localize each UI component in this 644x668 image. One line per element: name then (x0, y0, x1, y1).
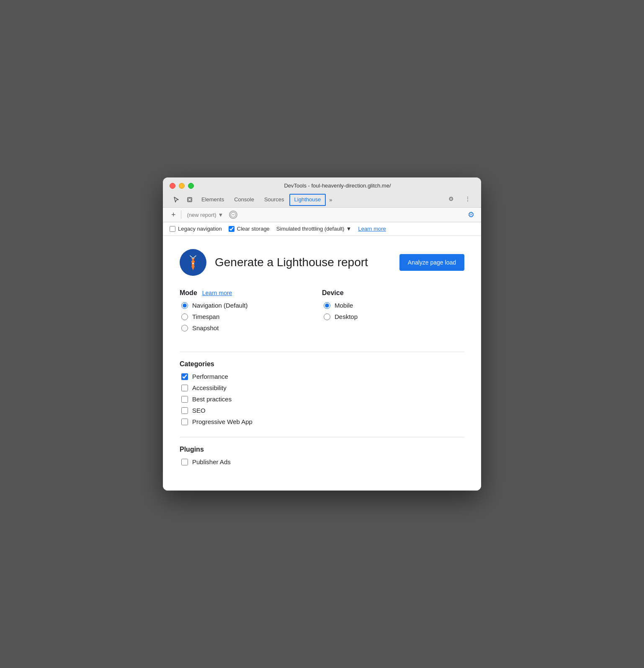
mode-device-section: Mode Learn more Navigation (Default) Tim… (180, 289, 464, 343)
plugins-title: Plugins (180, 446, 204, 453)
publisher-ads-checkbox[interactable] (181, 459, 188, 465)
throttling-learn-more-link[interactable]: Learn more (358, 226, 386, 232)
best-practices-checkbox[interactable] (181, 396, 188, 403)
device-desktop-option[interactable]: Desktop (324, 313, 464, 320)
toolbar: + (new report) ▼ ⚙ (163, 208, 481, 222)
categories-section: Categories Performance Accessibility Bes… (180, 360, 464, 425)
legacy-navigation-input[interactable] (170, 226, 175, 232)
devtools-window: DevTools - foul-heavenly-direction.glitc… (163, 177, 481, 491)
device-mobile-label: Mobile (335, 302, 353, 309)
mode-timespan-radio[interactable] (181, 313, 188, 320)
mode-section: Mode Learn more Navigation (Default) Tim… (180, 289, 322, 331)
mode-snapshot-option[interactable]: Snapshot (181, 324, 322, 331)
legacy-navigation-checkbox[interactable]: Legacy navigation (170, 226, 222, 232)
mode-title: Mode (180, 289, 197, 297)
report-selector-label: (new report) (187, 212, 216, 218)
throttling-selector[interactable]: Simulated throttling (default) ▼ (276, 226, 351, 232)
mode-navigation-option[interactable]: Navigation (Default) (181, 302, 322, 309)
best-practices-label: Best practices (192, 396, 232, 403)
close-button[interactable] (170, 183, 175, 189)
mode-snapshot-label: Snapshot (192, 324, 219, 331)
pwa-label: Progressive Web App (192, 418, 252, 425)
plugins-header: Plugins (180, 446, 464, 453)
category-seo[interactable]: SEO (181, 407, 464, 414)
analyze-page-load-button[interactable]: Analyze page load (399, 254, 464, 271)
seo-checkbox[interactable] (181, 407, 188, 414)
mode-navigation-label: Navigation (Default) (192, 302, 248, 309)
svg-rect-9 (193, 263, 194, 264)
performance-checkbox[interactable] (181, 373, 188, 380)
toolbar-divider (181, 211, 181, 219)
device-mobile-radio[interactable] (324, 302, 330, 309)
minimize-button[interactable] (179, 183, 185, 189)
device-section-header: Device (322, 289, 464, 297)
clear-storage-input[interactable] (229, 226, 234, 232)
main-content: Generate a Lighthouse report Analyze pag… (163, 236, 481, 491)
more-tabs-button[interactable]: » (326, 194, 335, 206)
mode-navigation-radio[interactable] (181, 302, 188, 309)
tab-elements[interactable]: Elements (196, 194, 229, 206)
window-controls (170, 183, 194, 189)
plugins-checkbox-group: Publisher Ads (180, 458, 464, 465)
gear-icon[interactable]: ⚙ (444, 192, 458, 206)
tab-console[interactable]: Console (229, 194, 259, 206)
mode-snapshot-radio[interactable] (181, 325, 188, 331)
svg-rect-1 (188, 198, 191, 201)
seo-label: SEO (192, 407, 206, 414)
layers-icon[interactable] (183, 193, 196, 206)
report-title: Generate a Lighthouse report (215, 256, 391, 269)
mode-section-header: Mode Learn more (180, 289, 322, 297)
plugin-publisher-ads[interactable]: Publisher Ads (181, 458, 464, 465)
performance-label: Performance (192, 373, 228, 380)
report-header: Generate a Lighthouse report Analyze pag… (180, 249, 464, 276)
tab-sources[interactable]: Sources (259, 194, 289, 206)
category-performance[interactable]: Performance (181, 373, 464, 380)
plugins-divider (180, 437, 464, 437)
title-bar: DevTools - foul-heavenly-direction.glitc… (163, 177, 481, 208)
category-best-practices[interactable]: Best practices (181, 396, 464, 403)
throttling-label: Simulated throttling (default) (276, 226, 345, 232)
clear-storage-checkbox[interactable]: Clear storage (229, 226, 270, 232)
add-report-button[interactable]: + (170, 211, 178, 219)
mode-timespan-option[interactable]: Timespan (181, 313, 322, 320)
device-title: Device (322, 289, 344, 297)
maximize-button[interactable] (188, 183, 194, 189)
device-desktop-label: Desktop (335, 313, 358, 320)
delete-report-button[interactable] (229, 211, 237, 219)
options-row: Legacy navigation Clear storage Simulate… (163, 222, 481, 236)
device-radio-group: Mobile Desktop (322, 302, 464, 320)
categories-divider (180, 352, 464, 352)
pwa-checkbox[interactable] (181, 419, 188, 425)
legacy-navigation-label: Legacy navigation (178, 226, 222, 232)
categories-title: Categories (180, 360, 214, 368)
lighthouse-logo (180, 249, 206, 276)
window-title: DevTools - foul-heavenly-direction.glitc… (201, 182, 474, 189)
devtools-tab-bar: Elements Console Sources Lighthouse » ⚙ … (170, 192, 474, 207)
mode-radio-group: Navigation (Default) Timespan Snapshot (180, 302, 322, 331)
category-accessibility[interactable]: Accessibility (181, 384, 464, 391)
report-selector[interactable]: (new report) ▼ (185, 211, 226, 219)
plugins-section: Plugins Publisher Ads (180, 446, 464, 465)
throttling-chevron-icon: ▼ (346, 226, 351, 232)
publisher-ads-label: Publisher Ads (192, 458, 231, 465)
categories-header: Categories (180, 360, 464, 368)
chevron-down-icon: ▼ (218, 212, 224, 218)
category-pwa[interactable]: Progressive Web App (181, 418, 464, 425)
device-section: Device Mobile Desktop (322, 289, 464, 331)
device-mobile-option[interactable]: Mobile (324, 302, 464, 309)
accessibility-label: Accessibility (192, 384, 227, 391)
three-dots-icon[interactable]: ⋮ (461, 192, 474, 206)
mode-timespan-label: Timespan (192, 313, 219, 320)
settings-icon[interactable]: ⚙ (468, 211, 474, 219)
device-desktop-radio[interactable] (324, 313, 330, 320)
svg-rect-5 (192, 262, 194, 267)
accessibility-checkbox[interactable] (181, 385, 188, 391)
clear-storage-label: Clear storage (237, 226, 270, 232)
tab-lighthouse[interactable]: Lighthouse (289, 194, 326, 206)
cursor-icon[interactable] (170, 193, 183, 206)
categories-checkbox-group: Performance Accessibility Best practices… (180, 373, 464, 425)
mode-learn-more-link[interactable]: Learn more (202, 290, 232, 296)
